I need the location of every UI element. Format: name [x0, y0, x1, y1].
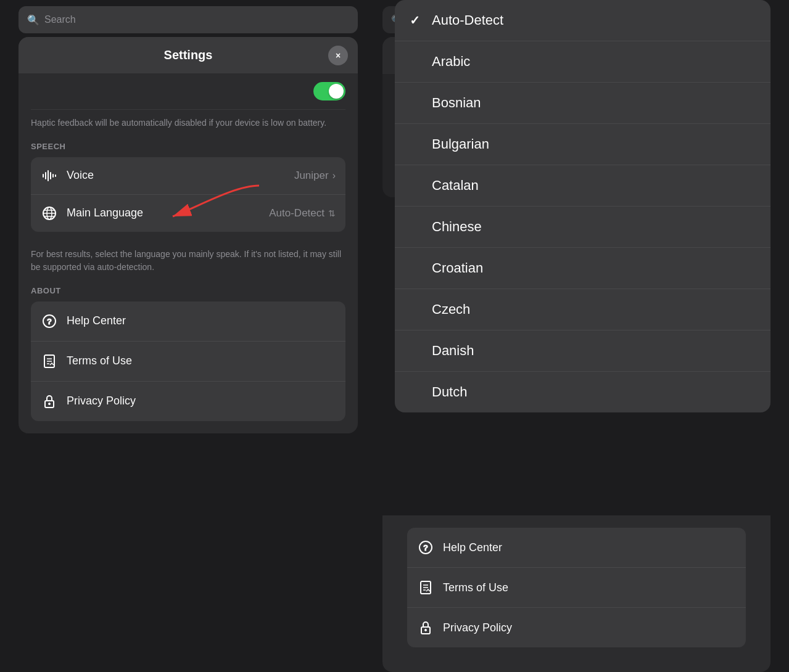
svg-rect-2	[48, 170, 49, 181]
voice-icon	[41, 167, 58, 184]
about-group: ? Help Center	[31, 301, 345, 421]
right-help-center-label: Help Center	[443, 541, 502, 554]
speech-section-label: SPEECH	[31, 142, 345, 157]
language-item-bosnian[interactable]: Bosnian	[395, 83, 770, 124]
right-privacy-row[interactable]: Privacy Policy	[407, 608, 746, 647]
terms-row[interactable]: Terms of Use	[31, 342, 345, 382]
language-item-dutch[interactable]: Dutch	[395, 372, 770, 412]
svg-point-19	[49, 403, 51, 404]
about-section-label: ABOUT	[31, 286, 345, 301]
svg-point-27	[425, 629, 427, 631]
language-description: For best results, select the language yo…	[31, 242, 345, 286]
language-item-auto-detect[interactable]: ✓ Auto-Detect	[395, 0, 770, 41]
main-language-label: Main Language	[67, 207, 269, 219]
main-language-value: Auto-Detect	[269, 207, 324, 219]
haptic-note: Haptic feedback will be automatically di…	[31, 110, 345, 142]
waveform-icon	[42, 168, 57, 183]
modal-title: Settings	[164, 48, 213, 62]
language-item-catalan[interactable]: Catalan	[395, 165, 770, 207]
haptic-toggle-row	[31, 73, 345, 110]
modal-header: Settings ×	[19, 37, 358, 73]
lang-dutch: Dutch	[432, 384, 467, 400]
left-panel: 🔍 Search Settings × Haptic feedback will…	[0, 0, 376, 672]
language-dropdown: ✓ Auto-Detect Arabic Bosnian Bulgarian C…	[395, 0, 770, 412]
help-center-row[interactable]: ? Help Center	[31, 301, 345, 342]
right-terms-row[interactable]: Terms of Use	[407, 568, 746, 608]
language-item-croatian[interactable]: Croatian	[395, 248, 770, 289]
right-panel: 🔍 Search × ✓ Auto-Detect Arabic Bosnian	[376, 0, 789, 672]
language-item-chinese[interactable]: Chinese	[395, 207, 770, 248]
svg-text:?: ?	[47, 317, 52, 326]
right-privacy-icon	[417, 619, 434, 636]
right-about-group: ? Help Center Terms of Use	[407, 528, 746, 647]
terms-label: Terms of Use	[67, 354, 132, 367]
voice-row[interactable]: Voice Juniper ›	[31, 157, 345, 195]
speech-settings-group: Voice Juniper ›	[31, 157, 345, 232]
svg-rect-1	[45, 172, 46, 179]
voice-label: Voice	[67, 169, 294, 182]
svg-rect-0	[43, 174, 44, 178]
right-help-icon: ?	[417, 539, 434, 556]
main-language-row[interactable]: Main Language Auto-Detect ⇅	[31, 195, 345, 232]
lang-catalan: Catalan	[432, 178, 479, 194]
check-icon: ✓	[410, 13, 427, 28]
language-item-arabic[interactable]: Arabic	[395, 41, 770, 83]
modal-content: Haptic feedback will be automatically di…	[19, 73, 358, 433]
close-button[interactable]: ×	[328, 46, 348, 65]
lang-czech: Czech	[432, 301, 470, 318]
right-help-center-row[interactable]: ? Help Center	[407, 528, 746, 568]
search-icon: 🔍	[27, 14, 39, 26]
right-privacy-label: Privacy Policy	[443, 621, 512, 634]
svg-rect-3	[50, 172, 51, 179]
updown-arrows-icon: ⇅	[328, 208, 336, 218]
svg-rect-4	[52, 174, 54, 178]
globe-icon	[41, 205, 58, 222]
right-bottom-about: ? Help Center Terms of Use	[382, 515, 770, 672]
language-item-czech[interactable]: Czech	[395, 289, 770, 330]
lang-bulgarian: Bulgarian	[432, 136, 489, 152]
search-placeholder: Search	[44, 14, 76, 25]
right-terms-icon	[417, 579, 434, 596]
privacy-label: Privacy Policy	[67, 395, 136, 408]
haptic-toggle[interactable]	[313, 82, 345, 100]
language-item-danish[interactable]: Danish	[395, 330, 770, 372]
lang-chinese: Chinese	[432, 219, 482, 235]
lang-auto-detect: Auto-Detect	[432, 12, 503, 28]
right-terms-label: Terms of Use	[443, 581, 508, 594]
lang-bosnian: Bosnian	[432, 95, 481, 111]
voice-value: Juniper	[294, 170, 329, 182]
svg-text:?: ?	[423, 543, 428, 552]
settings-modal: Settings × Haptic feedback will be autom…	[19, 37, 358, 433]
svg-rect-5	[55, 174, 56, 177]
help-icon: ?	[41, 313, 58, 330]
privacy-row[interactable]: Privacy Policy	[31, 382, 345, 421]
lang-arabic: Arabic	[432, 54, 470, 70]
lang-danish: Danish	[432, 343, 474, 359]
terms-icon	[41, 353, 58, 370]
privacy-icon	[41, 393, 58, 410]
search-bar[interactable]: 🔍 Search	[19, 6, 358, 33]
lang-croatian: Croatian	[432, 260, 483, 276]
toggle-knob	[329, 84, 344, 99]
chevron-icon: ›	[333, 170, 336, 181]
help-center-label: Help Center	[67, 314, 126, 327]
language-item-bulgarian[interactable]: Bulgarian	[395, 124, 770, 165]
